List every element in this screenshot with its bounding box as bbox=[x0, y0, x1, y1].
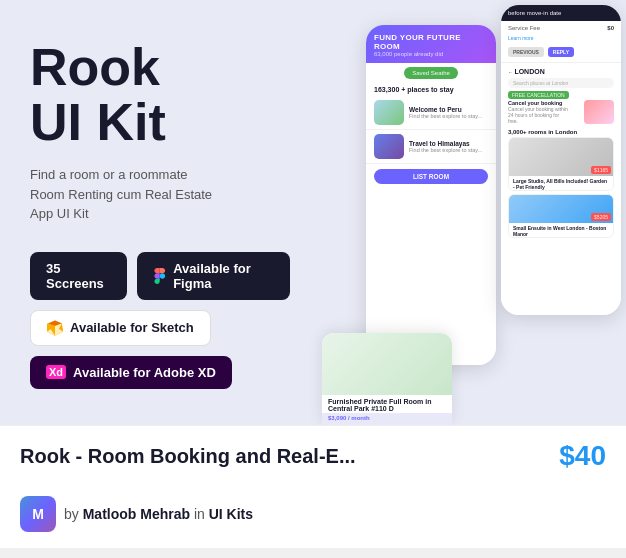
center-phone: FUND YOUR FUTURE ROOM 63,000 people alre… bbox=[366, 25, 496, 365]
author-info: by Matloob Mehrab in UI Kits bbox=[64, 506, 253, 522]
pc-header: FUND YOUR FUTURE ROOM 63,000 people alre… bbox=[366, 25, 496, 63]
product-price: $40 bbox=[559, 440, 606, 472]
rp-previous-button[interactable]: PREVIOUS bbox=[508, 47, 544, 57]
rp-room-card-1: $1165 Large Studio, All Bills Included! … bbox=[508, 137, 614, 191]
right-phone-screen: before move-in date Service Fee $0 Learn… bbox=[501, 5, 621, 315]
rp-free-badge: FREE CANCELLATION bbox=[508, 91, 569, 99]
left-panel: Rook UI Kit Find a room or a roommate Ro… bbox=[0, 0, 320, 425]
badge-row-2: Available for Sketch bbox=[30, 310, 290, 346]
rp-service-row: Service Fee $0 bbox=[501, 21, 621, 35]
rp-top-bar: before move-in date bbox=[501, 5, 621, 21]
xd-badge-label: Available for Adobe XD bbox=[73, 365, 216, 380]
pc-listing-title-2: Travel to Himalayas bbox=[409, 140, 482, 147]
app-description: Find a room or a roommate Room Renting c… bbox=[30, 165, 290, 224]
rp-divider bbox=[501, 62, 621, 63]
bottom-listing-card: Furnished Private Full Room in Central P… bbox=[322, 333, 452, 425]
rp-service-price: $0 bbox=[607, 25, 614, 31]
rp-room-card-2: $5205 Small Ensuite in West London - Bos… bbox=[508, 194, 614, 238]
rp-service-label: Service Fee bbox=[508, 25, 540, 31]
avatar-inner: M bbox=[20, 496, 56, 532]
rp-rooms-count: 3,000+ rooms in London bbox=[501, 126, 621, 137]
figma-badge-label: Available for Figma bbox=[173, 261, 274, 291]
pc-listing-sub-1: Find the best explore to stay... bbox=[409, 113, 482, 119]
rp-learn-more[interactable]: Learn more bbox=[501, 35, 621, 44]
in-text: in bbox=[194, 506, 205, 522]
author-category[interactable]: UI Kits bbox=[209, 506, 253, 522]
product-title: Rook - Room Booking and Real-E... bbox=[20, 445, 356, 468]
badge-row-1: 35 Sccreens Available for Figma bbox=[30, 252, 290, 300]
pc-listing-title-1: Welcome to Peru bbox=[409, 106, 482, 113]
rp-room-price-2: $5205 bbox=[591, 213, 611, 221]
rp-room-title-1: Large Studio, All Bills Included! Garden… bbox=[509, 176, 613, 190]
right-phone: before move-in date Service Fee $0 Learn… bbox=[501, 5, 621, 315]
pc-listing-2: Travel to Himalayas Find the best explor… bbox=[366, 130, 496, 164]
bottom-bar: Rook - Room Booking and Real-E... $40 bbox=[0, 425, 626, 486]
sketch-icon bbox=[47, 320, 63, 336]
rp-nav-title: before move-in date bbox=[508, 10, 561, 16]
pc-listing-1: Welcome to Peru Find the best explore to… bbox=[366, 96, 496, 130]
list-room-button[interactable]: LIST ROOM bbox=[374, 169, 488, 184]
rp-reply-button[interactable]: REPLY bbox=[548, 47, 574, 57]
figma-badge[interactable]: Available for Figma bbox=[137, 252, 290, 300]
preview-area: Rook UI Kit Find a room or a roommate Ro… bbox=[0, 0, 626, 425]
rp-cancel-img bbox=[584, 100, 614, 124]
pc-listing-img-2 bbox=[374, 134, 404, 159]
sketch-badge-label: Available for Sketch bbox=[70, 320, 194, 335]
rp-cancel-sub: Cancel your booking within 24 hours of b… bbox=[508, 106, 568, 124]
author-bar: M by Matloob Mehrab in UI Kits bbox=[0, 486, 626, 548]
pc-listing-sub-2: Find the best explore to stay... bbox=[409, 147, 482, 153]
avatar: M bbox=[20, 496, 56, 532]
pc-header-title: FUND YOUR FUTURE ROOM bbox=[374, 33, 488, 51]
screens-badge[interactable]: 35 Sccreens bbox=[30, 252, 127, 300]
rp-city-title: ← LONDON bbox=[501, 65, 621, 76]
rp-search-bar[interactable]: Search places at London bbox=[508, 78, 614, 88]
by-text: by bbox=[64, 506, 79, 522]
sketch-badge[interactable]: Available for Sketch bbox=[30, 310, 211, 346]
bl-img bbox=[322, 333, 452, 395]
figma-icon bbox=[153, 268, 167, 284]
rp-room-img-1: $1165 bbox=[509, 138, 613, 176]
author-name[interactable]: Matloob Mehrab bbox=[83, 506, 190, 522]
product-card: Rook UI Kit Find a room or a roommate Ro… bbox=[0, 0, 626, 548]
badges-container: 35 Sccreens Available for Figma bbox=[30, 252, 290, 389]
pc-listing-img-1 bbox=[374, 100, 404, 125]
rp-room-title-2: Small Ensuite in West London - Boston Ma… bbox=[509, 223, 613, 237]
screens-badge-label: 35 Sccreens bbox=[46, 261, 111, 291]
pc-header-sub: 63,000 people already did bbox=[374, 51, 488, 57]
rp-room-price-1: $1165 bbox=[591, 166, 611, 174]
center-phone-screen: FUND YOUR FUTURE ROOM 63,000 people alre… bbox=[366, 25, 496, 365]
rp-room-img-2: $5205 bbox=[509, 195, 613, 223]
app-title: Rook UI Kit bbox=[30, 40, 290, 149]
badge-row-3: Xd Available for Adobe XD bbox=[30, 356, 290, 389]
rp-nav-buttons: PREVIOUS REPLY bbox=[501, 44, 621, 60]
xd-icon: Xd bbox=[46, 365, 66, 379]
pc-count: 163,300 + places to stay bbox=[366, 83, 496, 96]
pc-save-button[interactable]: Saved Seathe bbox=[404, 67, 458, 79]
bl-price: $3,090 / month bbox=[322, 413, 452, 425]
xd-badge[interactable]: Xd Available for Adobe XD bbox=[30, 356, 232, 389]
bl-title: Furnished Private Full Room in Central P… bbox=[322, 395, 452, 413]
